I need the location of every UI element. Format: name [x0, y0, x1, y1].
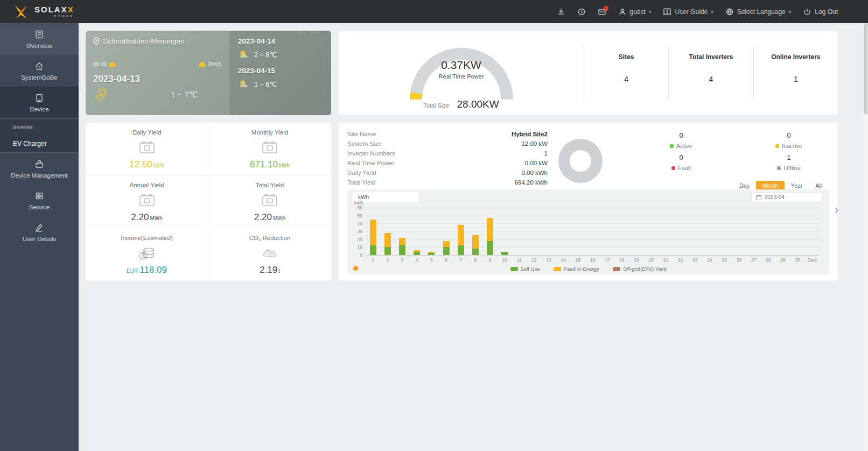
legend-item-self-use[interactable]: Self Use [510, 266, 540, 272]
bar-day-4[interactable] [414, 250, 420, 255]
x-tick-label: 5 [430, 257, 433, 263]
stat-sites: Sites4 [584, 46, 668, 100]
sidebar-item-systemgobe[interactable]: SystemGoBe [0, 55, 79, 87]
y-tick-label: 0 [360, 252, 362, 258]
sidebar-item-label: User Details [23, 236, 57, 242]
sidebar-item-device[interactable]: Device [0, 87, 79, 119]
x-tick-label: 13 [546, 257, 551, 263]
x-tick-label: 15 [576, 257, 580, 263]
x-tick-label: 19 [634, 257, 639, 263]
bar-segment [384, 247, 391, 255]
sidebar-item-user-details[interactable]: User Details [0, 216, 79, 248]
y-tick-label: 20 [358, 237, 362, 242]
legend-label: Feed In Energy [564, 266, 599, 272]
stat-total-inverters: Total Inverters4 [668, 46, 753, 100]
chevron-down-icon: ▾ [711, 9, 713, 15]
bar-day-5[interactable] [428, 252, 435, 255]
status-inactive: 0Inactive [735, 131, 843, 149]
y-tick-label: 40 [358, 221, 362, 226]
bar-segment [399, 245, 405, 255]
status-count: 0 [627, 153, 735, 161]
device-management-icon [34, 159, 44, 169]
bar-segment [370, 220, 376, 245]
bar-day-6[interactable] [443, 241, 450, 255]
carousel-dot[interactable] [353, 265, 359, 271]
user-guide-menu[interactable]: User Guide ▾ [663, 8, 713, 16]
status-dot [670, 144, 674, 148]
row-label: Daily Yield [347, 168, 376, 178]
row-value: 12.00 kW [521, 139, 548, 149]
sidebar-item-label: Overview [26, 43, 52, 49]
power-gauge: 0.37KW Real Time Power Total Size 28.00K… [339, 31, 584, 115]
sidebar-item-device-management[interactable]: Device Management [0, 153, 79, 185]
forecast-temp: 1 ~ 6℃ [254, 80, 277, 88]
device-icon [34, 93, 44, 103]
bar-day-10[interactable] [501, 252, 508, 255]
scrollbar-thumb[interactable] [864, 23, 867, 115]
status-label: Fault [678, 165, 691, 171]
x-tick-label: 7 [459, 257, 462, 263]
x-tick-label: 11 [517, 257, 522, 263]
x-tick-label: 28 [766, 257, 771, 263]
meter-icon [261, 193, 279, 209]
sidebar-nav: OverviewSystemGoBeDeviceInverterEV Charg… [0, 23, 79, 451]
gridline [366, 231, 820, 232]
legend-item-feed-in-energy[interactable]: Feed In Energy [554, 266, 599, 272]
service-icon [34, 191, 44, 201]
x-tick-label: 29 [780, 257, 785, 263]
message-icon[interactable] [598, 8, 606, 16]
x-tick-label: 26 [737, 257, 741, 263]
sunset-time: 20:05 [199, 61, 221, 67]
logout-button[interactable]: Log Out [803, 8, 838, 16]
site-row-total-yield: Total Yield694.20 kWh [347, 178, 548, 187]
alarm-icon[interactable] [577, 8, 586, 16]
gridline [366, 208, 820, 208]
bar-segment [487, 218, 493, 241]
yield-label: Daily Yield [86, 129, 208, 136]
chevron-down-icon: ▾ [649, 9, 652, 15]
forecast-day-2: 2023-04-15 1 ~ 6℃ [238, 67, 323, 89]
user-menu[interactable]: guest ▾ [618, 8, 652, 16]
meter-icon [138, 140, 156, 156]
user-name: guest [630, 8, 646, 16]
x-tick-label: 30 [795, 257, 800, 263]
y-tick-label: 50 [358, 213, 362, 219]
status-label: Inactive [782, 143, 802, 149]
chart-legend: Self UseFeed In EnergyOff-grid(EPS) Yiel… [347, 266, 829, 272]
y-tick-label: 30 [358, 229, 362, 234]
brand-logo[interactable]: SOLAXX POWER [13, 4, 74, 20]
vertical-scrollbar[interactable] [864, 23, 868, 451]
power-icon [803, 8, 811, 16]
bar-day-1[interactable] [370, 220, 376, 255]
legend-item-off-grid-eps-yield[interactable]: Off-grid(EPS) Yield [613, 266, 666, 272]
download-icon[interactable] [557, 8, 565, 16]
x-tick-label: 24 [707, 257, 712, 263]
bar-segment [384, 233, 391, 247]
bar-day-9[interactable] [487, 218, 493, 255]
bar-day-2[interactable] [384, 233, 391, 255]
x-tick-label: 9 [489, 257, 492, 263]
bar-day-3[interactable] [399, 238, 405, 255]
row-value[interactable]: Hybrid Site2 [512, 129, 548, 139]
bar-day-7[interactable] [458, 225, 464, 255]
submenu-item-inverter[interactable]: Inverter [0, 119, 79, 135]
x-tick-label: 3 [401, 257, 404, 263]
yield-value: 2.20MWh [208, 212, 331, 223]
submenu-item-ev-charger[interactable]: EV Charger [0, 135, 79, 152]
realtime-power-value: 0.37KW [339, 59, 584, 72]
status-dot [671, 166, 675, 170]
sidebar-item-service[interactable]: Service [0, 185, 79, 216]
yield-label: Total Yield [208, 182, 331, 188]
language-menu[interactable]: Select Language ▾ [725, 8, 792, 16]
gridline [366, 255, 820, 256]
chart-date-picker[interactable]: 2023-04 [751, 192, 823, 202]
bar-day-8[interactable] [472, 235, 479, 255]
gridline [366, 247, 820, 248]
row-label: Real Time Power [347, 158, 395, 168]
device-submenu: InverterEV Charger [0, 119, 79, 153]
coin-icon [138, 245, 156, 262]
x-tick-label: 6 [445, 257, 447, 263]
next-site-arrow[interactable]: › [834, 202, 839, 216]
sidebar-item-overview[interactable]: Overview [0, 23, 79, 55]
site-location[interactable]: Schmalkalden-Meiningen [93, 37, 221, 45]
